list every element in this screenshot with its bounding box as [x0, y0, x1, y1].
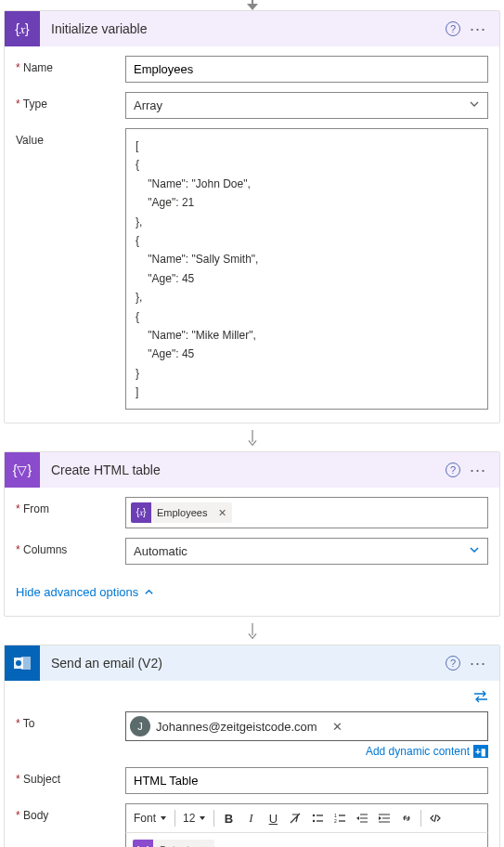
chevron-up-icon [144, 587, 154, 597]
arrow-connector [243, 429, 262, 448]
toolbar-divider [420, 810, 421, 827]
columns-select[interactable]: Automatic [125, 538, 488, 565]
more-menu-icon[interactable]: ··· [470, 465, 486, 475]
hide-advanced-options-link[interactable]: Hide advanced options [16, 585, 488, 599]
output-token[interactable]: {▽} Output ✕ [133, 840, 214, 847]
step3-title: Send an email (V2) [40, 656, 446, 671]
send-email-card: Send an email (V2) ? ··· * To J Johannes… [4, 645, 500, 847]
number-list-button[interactable]: 12 [330, 808, 350, 828]
underline-button[interactable]: U [263, 808, 283, 828]
chevron-down-icon [469, 98, 480, 112]
columns-label: * Columns [16, 538, 125, 556]
toolbar-divider [213, 810, 214, 827]
dynamic-content-badge-icon: +▮ [473, 745, 488, 758]
name-input[interactable] [125, 56, 488, 83]
step1-title: Initialize variable [40, 21, 446, 36]
font-size-select[interactable]: 12 [179, 810, 210, 827]
svg-point-5 [313, 814, 315, 816]
bold-button[interactable]: B [218, 808, 239, 828]
svg-point-4 [16, 660, 21, 666]
subject-input[interactable] [125, 767, 488, 794]
add-dynamic-content-link[interactable]: Add dynamic content +▮ [125, 745, 488, 758]
variable-icon: {𝑥} [5, 11, 40, 46]
subject-label: * Subject [16, 767, 125, 786]
create-html-table-card: {▽} Create HTML table ? ··· * From {𝑥} E… [4, 451, 500, 617]
caret-down-icon [199, 814, 206, 822]
type-select[interactable]: Array [125, 92, 488, 119]
help-icon[interactable]: ? [446, 463, 460, 477]
help-icon[interactable]: ? [446, 21, 460, 36]
initialize-variable-card: {𝑥} Initialize variable ? ··· * Name * T… [4, 10, 500, 424]
indent-button[interactable] [374, 808, 394, 828]
arrow-head-top [247, 4, 258, 10]
chevron-down-icon [469, 544, 480, 558]
from-label: * From [16, 497, 125, 515]
table-token-icon: {▽} [133, 840, 153, 847]
outlook-icon [5, 645, 40, 681]
code-view-button[interactable] [425, 808, 446, 828]
svg-text:2: 2 [334, 818, 337, 824]
rich-text-toolbar: Font 12 B I U 12 [125, 803, 488, 832]
employees-token[interactable]: {𝑥} Employees ✕ [131, 502, 232, 523]
remove-token-icon[interactable]: ✕ [213, 507, 232, 519]
name-label: * Name [16, 56, 125, 74]
type-label: * Type [16, 92, 125, 111]
avatar: J [130, 716, 150, 736]
initialize-variable-header[interactable]: {𝑥} Initialize variable ? ··· [5, 11, 499, 46]
link-button[interactable] [396, 808, 417, 828]
value-label: Value [16, 128, 125, 147]
variable-token-icon: {𝑥} [131, 502, 151, 523]
more-menu-icon[interactable]: ··· [470, 658, 486, 668]
toolbar-divider [174, 810, 175, 827]
to-input[interactable]: J Johannes@zeitgeistcode.com ✕ [125, 711, 488, 741]
svg-rect-3 [21, 657, 31, 670]
italic-button[interactable]: I [240, 808, 261, 828]
value-textarea[interactable]: [ { "Name": "John Doe", "Age": 21 }, { "… [125, 128, 488, 410]
caret-down-icon [160, 814, 167, 822]
send-email-header[interactable]: Send an email (V2) ? ··· [5, 645, 499, 681]
outdent-button[interactable] [352, 808, 372, 828]
arrow-connector [243, 622, 262, 641]
svg-point-6 [313, 820, 315, 822]
create-html-table-header[interactable]: {▽} Create HTML table ? ··· [5, 452, 499, 488]
recipient-chip[interactable]: J Johannes@zeitgeistcode.com ✕ [130, 716, 348, 736]
swap-icon[interactable] [473, 690, 488, 706]
to-label: * To [16, 711, 125, 730]
bullet-list-button[interactable] [307, 808, 328, 828]
from-input[interactable]: {𝑥} Employees ✕ [125, 497, 488, 528]
table-icon: {▽} [5, 452, 40, 488]
body-label: * Body [16, 803, 125, 822]
help-icon[interactable]: ? [446, 656, 460, 671]
remove-recipient-icon[interactable]: ✕ [332, 720, 342, 734]
font-select[interactable]: Font [130, 810, 171, 827]
body-editor[interactable]: {▽} Output ✕ [125, 832, 488, 847]
more-menu-icon[interactable]: ··· [470, 24, 486, 33]
format-clear-button[interactable] [285, 808, 305, 828]
step2-title: Create HTML table [40, 463, 446, 477]
